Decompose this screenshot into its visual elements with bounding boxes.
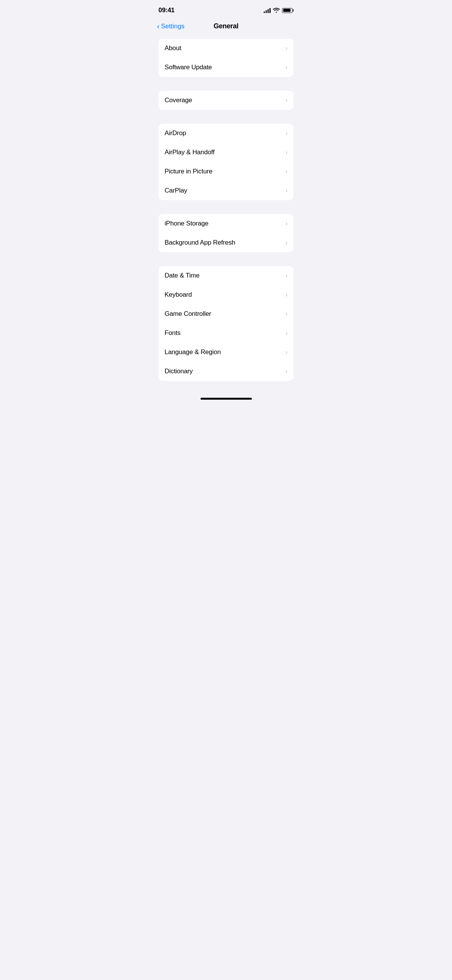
iphone-storage-label: iPhone Storage [165,220,208,227]
home-indicator [151,395,301,403]
carplay-item[interactable]: CarPlay › [158,181,294,200]
game-controller-item[interactable]: Game Controller › [158,304,294,323]
software-update-label: Software Update [165,64,212,71]
airplay-handoff-item[interactable]: AirPlay & Handoff › [158,143,294,162]
date-time-item[interactable]: Date & Time › [158,266,294,285]
game-controller-label: Game Controller [165,310,211,318]
picture-in-picture-chevron-icon: › [286,168,287,175]
back-label: Settings [161,23,184,30]
picture-in-picture-item[interactable]: Picture in Picture › [158,162,294,181]
section-5: Date & Time › Keyboard › Game Controller… [158,266,294,381]
nav-bar: ‹ Settings General [151,19,301,36]
page-title: General [214,22,238,30]
section-3: AirDrop › AirPlay & Handoff › Picture in… [158,124,294,200]
keyboard-item[interactable]: Keyboard › [158,285,294,304]
back-chevron-icon: ‹ [157,22,160,30]
about-item[interactable]: About › [158,39,294,58]
dictionary-label: Dictionary [165,368,193,375]
section-2: Coverage › [158,91,294,110]
carplay-chevron-icon: › [286,187,287,194]
background-app-refresh-chevron-icon: › [286,239,287,246]
dictionary-chevron-icon: › [286,368,287,375]
settings-group-2: Coverage › [158,91,294,110]
dictionary-item[interactable]: Dictionary › [158,362,294,381]
date-time-chevron-icon: › [286,272,287,279]
section-4: iPhone Storage › Background App Refresh … [158,214,294,252]
iphone-storage-item[interactable]: iPhone Storage › [158,214,294,233]
settings-group-1: About › Software Update › [158,39,294,77]
status-icons [264,7,294,14]
status-bar: 09:41 [151,0,301,19]
section-1: About › Software Update › [158,39,294,77]
battery-icon [282,8,294,13]
about-chevron-icon: › [286,45,287,52]
language-region-item[interactable]: Language & Region › [158,343,294,362]
home-bar [201,398,252,400]
background-app-refresh-item[interactable]: Background App Refresh › [158,233,294,252]
airdrop-chevron-icon: › [286,130,287,137]
settings-content: About › Software Update › Coverage › Air… [151,36,301,381]
settings-group-3: AirDrop › AirPlay & Handoff › Picture in… [158,124,294,200]
settings-group-4: iPhone Storage › Background App Refresh … [158,214,294,252]
airdrop-label: AirDrop [165,129,186,137]
language-region-label: Language & Region [165,348,221,356]
coverage-item[interactable]: Coverage › [158,91,294,110]
software-update-item[interactable]: Software Update › [158,58,294,77]
airdrop-item[interactable]: AirDrop › [158,124,294,143]
carplay-label: CarPlay [165,187,187,194]
fonts-chevron-icon: › [286,330,287,336]
signal-icon [264,8,271,13]
keyboard-label: Keyboard [165,291,192,299]
coverage-label: Coverage [165,96,192,104]
language-region-chevron-icon: › [286,349,287,356]
status-time: 09:41 [158,7,175,14]
fonts-item[interactable]: Fonts › [158,323,294,343]
airplay-handoff-chevron-icon: › [286,149,287,156]
back-button[interactable]: ‹ Settings [157,23,184,30]
fonts-label: Fonts [165,329,181,337]
software-update-chevron-icon: › [286,64,287,71]
about-label: About [165,44,181,52]
settings-group-5: Date & Time › Keyboard › Game Controller… [158,266,294,381]
iphone-storage-chevron-icon: › [286,220,287,227]
airplay-handoff-label: AirPlay & Handoff [165,149,214,156]
wifi-icon [273,7,280,14]
background-app-refresh-label: Background App Refresh [165,239,235,247]
date-time-label: Date & Time [165,272,199,279]
coverage-chevron-icon: › [286,97,287,104]
picture-in-picture-label: Picture in Picture [165,168,212,175]
keyboard-chevron-icon: › [286,291,287,298]
game-controller-chevron-icon: › [286,310,287,317]
